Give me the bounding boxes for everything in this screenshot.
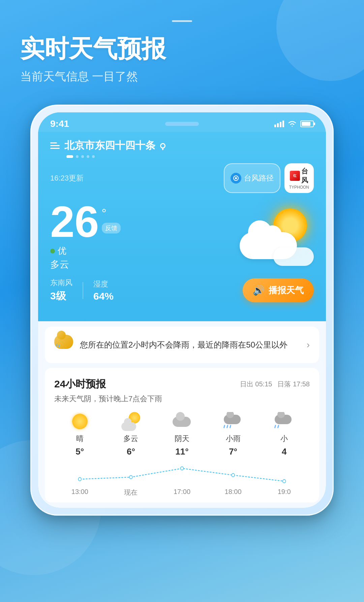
- location-pin-icon[interactable]: [160, 143, 165, 148]
- sunrise-time: 日出 05:15: [240, 380, 272, 389]
- hour-weather-5: 小: [280, 434, 288, 444]
- time-label-3: 17:00: [156, 485, 208, 502]
- menu-line-3: [50, 148, 60, 149]
- hour-icon-rain-5: [275, 412, 294, 431]
- hour-item-2: 多云 6°: [105, 412, 157, 464]
- dot-2: [76, 155, 79, 158]
- hour-item-3: 阴天 11°: [156, 412, 208, 464]
- dot-3: [81, 155, 84, 158]
- wind-direction-item: 东南风 3级: [50, 278, 72, 303]
- hour-temp-4: 7°: [229, 446, 237, 457]
- rain-drop-5: [277, 425, 279, 428]
- status-icons: [274, 120, 314, 128]
- rain-notice-text: 您所在的位置2小时内不会降雨，最近的降雨在50公里以外: [80, 340, 287, 349]
- weather-content: 北京市东四十四十条 16:23更新: [38, 132, 326, 321]
- forecast-header: 24小时预报 日出 05:15 日落 17:58: [54, 377, 310, 391]
- rain-drop-1: [223, 425, 225, 428]
- hour-icon-rain: [224, 412, 243, 431]
- phone-screen: 9:41: [38, 112, 326, 508]
- temp-dot-2: [129, 475, 132, 479]
- signal-bar-2: [277, 123, 279, 127]
- feedback-button[interactable]: 反馈: [102, 223, 121, 234]
- wind-divider: [83, 282, 83, 299]
- temp-dot-5: [283, 480, 286, 483]
- sunset-time: 日落 17:58: [277, 380, 310, 389]
- typhoon-path-label: 台风路径: [244, 173, 274, 183]
- rain-drop-4: [274, 425, 276, 428]
- wind-level-value: 3级: [50, 289, 72, 303]
- temp-row: 26 ° 反馈: [50, 200, 121, 244]
- red-badge-text: 红: [293, 173, 297, 178]
- weather-illustration: [240, 205, 314, 266]
- time-label-2: 现在: [105, 485, 157, 502]
- update-time: 16:23更新: [50, 173, 84, 183]
- status-bar: 9:41: [38, 112, 326, 132]
- location-text: 北京市东四十四十条: [64, 139, 155, 153]
- signal-icon: [274, 120, 284, 127]
- phone-mockup: 9:41: [30, 105, 334, 516]
- quality-row: 优: [50, 245, 121, 257]
- battery-tip: [314, 122, 315, 125]
- signal-bar-4: [282, 120, 284, 127]
- menu-line-1: [50, 142, 57, 143]
- hourly-forecast-row: 晴 5° 多云 6°: [54, 412, 310, 464]
- forecast-card: 24小时预报 日出 05:15 日落 17:58 未来天气阴，预计晚上7点会下雨: [45, 368, 319, 502]
- dot-5: [92, 155, 95, 158]
- hour-weather-1: 晴: [76, 434, 84, 444]
- typhoon-badge-labels: 台 风: [301, 167, 308, 185]
- typhoon-buttons[interactable]: 台风路径 红 台 风: [224, 163, 314, 193]
- rain-drops-4: [224, 425, 243, 428]
- humidity-item: 湿度 64%: [93, 279, 114, 302]
- broadcast-label: 播报天气: [269, 284, 304, 296]
- temperature-chart: [54, 465, 310, 485]
- time-label-1: 13:00: [54, 485, 105, 502]
- hour-temp-1: 5°: [75, 446, 84, 457]
- hour-item-1: 晴 5°: [54, 412, 105, 464]
- wind-row: 东南风 3级 湿度 64% 🔊 播报天气: [50, 278, 314, 303]
- hour-item-4: 小雨 7°: [208, 412, 259, 464]
- hour-weather-4: 小雨: [226, 434, 241, 444]
- humidity-label: 湿度: [93, 279, 114, 289]
- rain-notice-card[interactable]: 您所在的位置2小时内不会降雨，最近的降雨在50公里以外 ›: [45, 327, 319, 363]
- typhoon-sub-text: TYPHOON: [289, 185, 309, 190]
- speaker: [165, 122, 199, 126]
- rain-drop-2: [226, 425, 228, 428]
- temp-left: 26 ° 反馈 优 多云: [50, 200, 121, 271]
- humidity-value: 64%: [93, 291, 114, 302]
- degree-symbol: °: [102, 207, 107, 221]
- rain-notice-text-area: 您所在的位置2小时内不会降雨，最近的降雨在50公里以外: [80, 339, 301, 351]
- hour-weather-2: 多云: [123, 434, 138, 444]
- dot-4: [87, 155, 89, 158]
- forecast-summary: 未来天气阴，预计晚上7点会下雨: [54, 394, 310, 404]
- typhoon-spiral-icon: [233, 175, 239, 181]
- typhoon-badge-top: 红 台 风: [290, 167, 308, 185]
- main-title: 实时天气预报: [20, 35, 344, 62]
- typhoon-char-1: 台: [301, 167, 308, 176]
- hour-item-5: 小 4: [259, 412, 310, 464]
- dot-1: [66, 155, 73, 158]
- hour-temp-5: 4: [282, 446, 286, 457]
- wifi-icon: [287, 120, 297, 128]
- temp-degree-area: ° 反馈: [102, 200, 121, 234]
- typhoon-badge[interactable]: 红 台 风 TYPHOON: [284, 163, 314, 193]
- typhoon-path-button[interactable]: 台风路径: [224, 163, 280, 193]
- rain-drops-5: [275, 425, 294, 428]
- broadcast-button[interactable]: 🔊 播报天气: [243, 278, 314, 302]
- temp-dot-3: [181, 467, 184, 470]
- temp-dot-1: [78, 477, 81, 481]
- menu-icon[interactable]: [50, 142, 60, 149]
- status-time: 9:41: [50, 118, 69, 129]
- cloud-rain-4: [224, 415, 241, 424]
- sun-small-1: [72, 414, 88, 429]
- page-dots: [50, 155, 314, 158]
- hour-weather-3: 阴天: [175, 434, 189, 444]
- svg-point-1: [235, 177, 237, 179]
- broadcast-speaker-icon: 🔊: [253, 285, 265, 296]
- location-bar[interactable]: 北京市东四十四十条: [50, 139, 314, 153]
- hour-time-row: 13:00 现在 17:00 18:00 19:0: [54, 485, 310, 502]
- signal-bar-3: [280, 122, 281, 127]
- cloud-small-illustration: [273, 247, 314, 266]
- cards-area: 您所在的位置2小时内不会降雨，最近的降雨在50公里以外 › 24小时预报 日出 …: [38, 321, 326, 508]
- temperature-value: 26: [50, 200, 99, 244]
- rain-drop-3: [229, 425, 231, 428]
